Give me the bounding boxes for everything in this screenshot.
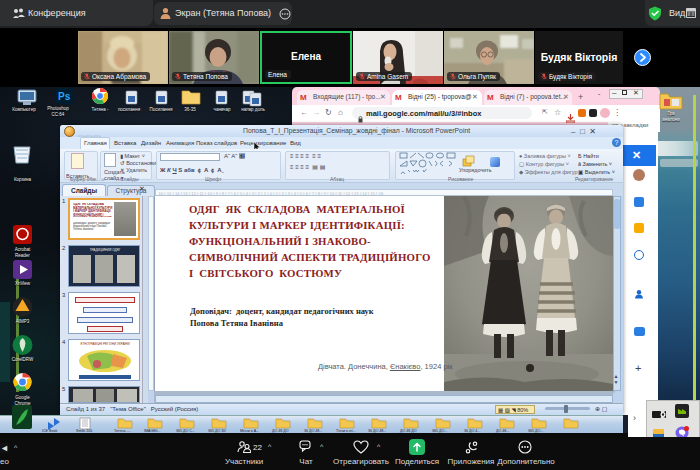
svg-text:Ps: Ps	[58, 91, 71, 102]
